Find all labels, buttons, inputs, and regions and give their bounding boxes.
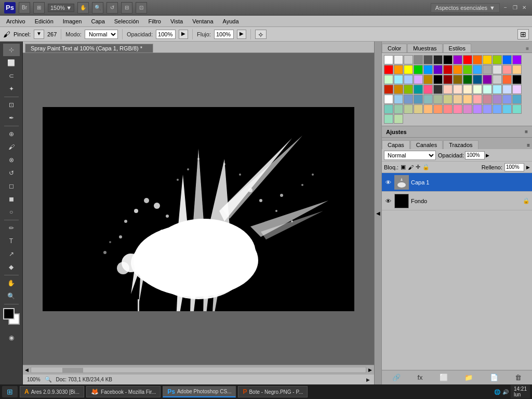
lasso-tool[interactable]: ⊂ [3, 70, 20, 82]
swatch-22[interactable] [463, 65, 472, 74]
swatch-51[interactable] [473, 85, 482, 94]
swatch-3[interactable] [414, 55, 423, 64]
tab-muestras[interactable]: Muestras [407, 44, 442, 52]
lock-pixel-btn[interactable]: ▣ [401, 164, 406, 170]
right-panel-collapse[interactable]: ◀ [374, 42, 381, 384]
opacity-arrow[interactable]: ▶ [179, 30, 188, 39]
swatch-84[interactable] [384, 114, 393, 124]
rotate-tool-icon[interactable]: ↺ [107, 2, 118, 14]
add-mask-btn[interactable]: ⬜ [437, 373, 450, 382]
bridge-icon[interactable]: Br [19, 2, 30, 14]
swatch-4[interactable] [423, 55, 433, 64]
swatch-62[interactable] [443, 95, 453, 104]
create-group-btn[interactable]: 📁 [462, 373, 475, 382]
layer-visibility-fondo[interactable]: 👁 [384, 197, 392, 205]
menu-filtro[interactable]: Filtro [144, 17, 165, 25]
selection-tool[interactable]: ⬜ [3, 57, 20, 69]
menu-ventana[interactable]: Ventana [188, 17, 217, 25]
brush-picker[interactable]: ▼ [34, 30, 44, 39]
taskbar-item-paint[interactable]: P Bote - Negro.PNG - P... [238, 386, 308, 397]
healing-tool[interactable]: ⊕ [3, 128, 20, 140]
swatch-50[interactable] [463, 85, 472, 94]
stamp-tool[interactable]: ⊗ [3, 154, 20, 166]
swatch-38[interactable] [483, 75, 492, 84]
swatch-15[interactable] [394, 65, 403, 74]
swatch-30[interactable] [404, 75, 413, 84]
swatch-52[interactable] [483, 85, 492, 94]
gradient-tool[interactable]: ◼ [3, 193, 20, 205]
swatch-69[interactable] [512, 95, 522, 104]
swatch-33[interactable] [433, 75, 443, 84]
ajustes-menu[interactable]: ≡ [525, 129, 528, 135]
swatch-61[interactable] [433, 95, 443, 104]
swatch-49[interactable] [453, 85, 462, 94]
opacity-input[interactable] [156, 30, 176, 39]
tab-trazados[interactable]: Trazados [443, 140, 478, 149]
swatch-25[interactable] [493, 65, 502, 74]
swatch-57[interactable] [394, 95, 403, 104]
layer-item-capa1[interactable]: 👁 Capa 1 [382, 173, 532, 192]
magic-wand-tool[interactable]: ✦ [3, 83, 20, 95]
swatch-31[interactable] [414, 75, 423, 84]
swatch-23[interactable] [473, 65, 482, 74]
swatch-66[interactable] [483, 95, 492, 104]
crop-tool[interactable]: ⊡ [3, 99, 20, 111]
swatch-76[interactable] [443, 104, 453, 114]
swatch-17[interactable] [414, 65, 423, 74]
swatch-34[interactable] [443, 75, 453, 84]
restore-button[interactable]: ❐ [511, 4, 518, 11]
canvas-scrollbar-horizontal[interactable]: ◀ ▶ [23, 365, 374, 374]
swatch-81[interactable] [493, 104, 502, 114]
new-layer-btn[interactable]: 📄 [488, 373, 500, 382]
swatch-65[interactable] [473, 95, 482, 104]
swatch-60[interactable] [423, 95, 433, 104]
airbrush-btn[interactable]: ✧ [255, 30, 267, 39]
scroll-right-btn2[interactable]: ▶ [366, 377, 370, 382]
panel-menu-icon[interactable]: ≡ [525, 45, 530, 52]
swatch-32[interactable] [423, 75, 433, 84]
swatch-43[interactable] [394, 85, 403, 94]
layer-fx-btn[interactable]: fx [415, 373, 424, 382]
swatch-36[interactable] [463, 75, 472, 84]
move-tool[interactable]: ⊹ [3, 44, 20, 56]
swatch-40[interactable] [502, 75, 512, 84]
swatch-42[interactable] [384, 85, 393, 94]
close-button[interactable]: ✕ [521, 4, 528, 11]
menu-archivo[interactable]: Archivo [2, 17, 30, 25]
menu-vista[interactable]: Vista [166, 17, 187, 25]
swatch-59[interactable] [414, 95, 423, 104]
hand-tool[interactable]: ✋ [3, 277, 20, 289]
swatch-53[interactable] [493, 85, 502, 94]
shape-tool[interactable]: ◆ [3, 261, 20, 273]
swatch-6[interactable] [443, 55, 453, 64]
menu-seleccion[interactable]: Selección [110, 17, 143, 25]
swatch-70[interactable] [384, 104, 393, 114]
swatch-48[interactable] [443, 85, 453, 94]
swatch-54[interactable] [502, 85, 512, 94]
swatch-39[interactable] [493, 75, 502, 84]
swatch-45[interactable] [414, 85, 423, 94]
swatch-71[interactable] [394, 104, 403, 114]
swatch-18[interactable] [423, 65, 433, 74]
swatch-14[interactable] [384, 65, 393, 74]
swatch-20[interactable] [443, 65, 453, 74]
lock-move-btn[interactable]: ✛ [416, 164, 420, 170]
opacity-field[interactable] [465, 151, 485, 159]
fill-field[interactable] [504, 163, 524, 171]
flow-arrow[interactable]: ▶ [237, 30, 246, 39]
menu-capa[interactable]: Capa [87, 17, 109, 25]
pen-tool[interactable]: ✏ [3, 222, 20, 234]
swatch-80[interactable] [483, 104, 492, 114]
swatch-63[interactable] [453, 95, 462, 104]
brush-tool[interactable]: 🖌 [3, 141, 20, 153]
quick-mask-btn[interactable]: ◉ [3, 331, 20, 344]
swatch-82[interactable] [502, 104, 512, 114]
swatch-1[interactable] [394, 55, 403, 64]
swatch-9[interactable] [473, 55, 482, 64]
minimize-button[interactable]: − [502, 4, 509, 11]
menu-edicion[interactable]: Edición [31, 17, 58, 25]
tab-color[interactable]: Color [382, 44, 407, 52]
swatch-2[interactable] [404, 55, 413, 64]
dodge-tool[interactable]: ○ [3, 206, 20, 218]
link-layers-btn[interactable]: 🔗 [390, 373, 403, 382]
